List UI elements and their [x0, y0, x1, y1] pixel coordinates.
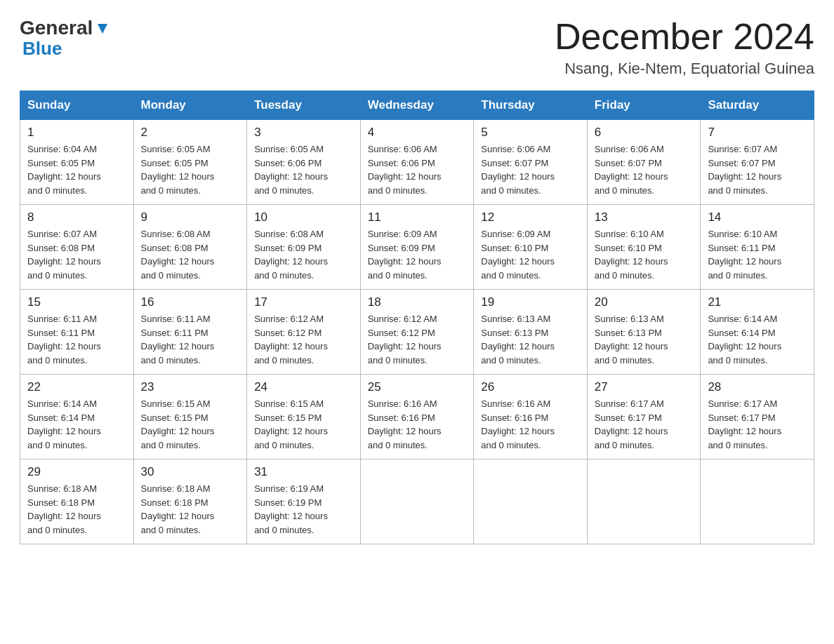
- day-number: 26: [481, 380, 580, 394]
- day-number: 25: [368, 380, 467, 394]
- calendar-cell: 22 Sunrise: 6:14 AM Sunset: 6:14 PM Dayl…: [20, 375, 134, 459]
- calendar-header-row: SundayMondayTuesdayWednesdayThursdayFrid…: [20, 91, 814, 120]
- calendar-cell: [360, 459, 474, 544]
- day-number: 4: [368, 126, 467, 140]
- day-number: 7: [708, 126, 807, 140]
- day-number: 3: [254, 126, 353, 140]
- day-info: Sunrise: 6:10 AM Sunset: 6:10 PM Dayligh…: [595, 227, 694, 282]
- svg-marker-0: [98, 24, 107, 34]
- calendar-week-3: 15 Sunrise: 6:11 AM Sunset: 6:11 PM Dayl…: [20, 290, 814, 375]
- day-info: Sunrise: 6:12 AM Sunset: 6:12 PM Dayligh…: [254, 312, 353, 367]
- calendar-header-thursday: Thursday: [474, 91, 588, 120]
- calendar-cell: 18 Sunrise: 6:12 AM Sunset: 6:12 PM Dayl…: [360, 290, 474, 375]
- day-number: 23: [141, 380, 240, 394]
- day-number: 15: [27, 295, 126, 309]
- day-info: Sunrise: 6:06 AM Sunset: 6:07 PM Dayligh…: [595, 142, 694, 197]
- calendar-cell: 4 Sunrise: 6:06 AM Sunset: 6:06 PM Dayli…: [360, 120, 474, 205]
- day-number: 21: [708, 295, 807, 309]
- logo-blue-text: Blue: [22, 38, 62, 59]
- calendar-cell: 27 Sunrise: 6:17 AM Sunset: 6:17 PM Dayl…: [587, 375, 701, 459]
- logo-arrow-icon: [95, 21, 110, 36]
- day-info: Sunrise: 6:04 AM Sunset: 6:05 PM Dayligh…: [27, 142, 126, 197]
- calendar-cell: [587, 459, 701, 544]
- calendar-cell: 2 Sunrise: 6:05 AM Sunset: 6:05 PM Dayli…: [133, 120, 247, 205]
- calendar-cell: 9 Sunrise: 6:08 AM Sunset: 6:08 PM Dayli…: [133, 205, 247, 290]
- logo-general-text: General: [20, 17, 93, 39]
- calendar-cell: 3 Sunrise: 6:05 AM Sunset: 6:06 PM Dayli…: [247, 120, 361, 205]
- calendar-cell: 23 Sunrise: 6:15 AM Sunset: 6:15 PM Dayl…: [133, 375, 247, 459]
- day-number: 6: [595, 126, 694, 140]
- day-number: 8: [27, 210, 126, 224]
- day-number: 22: [27, 380, 126, 394]
- calendar-header-saturday: Saturday: [701, 91, 814, 120]
- day-number: 24: [254, 380, 353, 394]
- calendar-cell: [701, 459, 814, 544]
- calendar-cell: 16 Sunrise: 6:11 AM Sunset: 6:11 PM Dayl…: [133, 290, 247, 375]
- day-info: Sunrise: 6:06 AM Sunset: 6:07 PM Dayligh…: [481, 142, 580, 197]
- day-info: Sunrise: 6:05 AM Sunset: 6:05 PM Dayligh…: [141, 142, 240, 197]
- day-info: Sunrise: 6:14 AM Sunset: 6:14 PM Dayligh…: [27, 397, 126, 452]
- day-info: Sunrise: 6:08 AM Sunset: 6:08 PM Dayligh…: [141, 227, 240, 282]
- day-number: 17: [254, 295, 353, 309]
- day-info: Sunrise: 6:15 AM Sunset: 6:15 PM Dayligh…: [141, 397, 240, 452]
- calendar-header-sunday: Sunday: [20, 91, 134, 120]
- day-number: 28: [708, 380, 807, 394]
- day-info: Sunrise: 6:13 AM Sunset: 6:13 PM Dayligh…: [595, 312, 694, 367]
- calendar-cell: 1 Sunrise: 6:04 AM Sunset: 6:05 PM Dayli…: [20, 120, 134, 205]
- calendar-cell: 31 Sunrise: 6:19 AM Sunset: 6:19 PM Dayl…: [247, 459, 361, 544]
- day-info: Sunrise: 6:18 AM Sunset: 6:18 PM Dayligh…: [27, 482, 126, 537]
- day-info: Sunrise: 6:09 AM Sunset: 6:10 PM Dayligh…: [481, 227, 580, 282]
- calendar-cell: 14 Sunrise: 6:10 AM Sunset: 6:11 PM Dayl…: [701, 205, 814, 290]
- calendar-week-5: 29 Sunrise: 6:18 AM Sunset: 6:18 PM Dayl…: [20, 459, 814, 544]
- calendar-cell: [474, 459, 588, 544]
- day-info: Sunrise: 6:11 AM Sunset: 6:11 PM Dayligh…: [27, 312, 126, 367]
- day-info: Sunrise: 6:16 AM Sunset: 6:16 PM Dayligh…: [481, 397, 580, 452]
- calendar-cell: 6 Sunrise: 6:06 AM Sunset: 6:07 PM Dayli…: [587, 120, 701, 205]
- calendar-cell: 30 Sunrise: 6:18 AM Sunset: 6:18 PM Dayl…: [133, 459, 247, 544]
- day-number: 20: [595, 295, 694, 309]
- day-info: Sunrise: 6:13 AM Sunset: 6:13 PM Dayligh…: [481, 312, 580, 367]
- calendar-cell: 11 Sunrise: 6:09 AM Sunset: 6:09 PM Dayl…: [360, 205, 474, 290]
- calendar-cell: 21 Sunrise: 6:14 AM Sunset: 6:14 PM Dayl…: [701, 290, 814, 375]
- calendar-cell: 25 Sunrise: 6:16 AM Sunset: 6:16 PM Dayl…: [360, 375, 474, 459]
- day-info: Sunrise: 6:07 AM Sunset: 6:08 PM Dayligh…: [27, 227, 126, 282]
- calendar-header-monday: Monday: [133, 91, 247, 120]
- day-number: 27: [595, 380, 694, 394]
- title-block: December 2024 Nsang, Kie-Ntem, Equatoria…: [555, 17, 814, 78]
- day-number: 1: [27, 126, 126, 140]
- calendar-cell: 19 Sunrise: 6:13 AM Sunset: 6:13 PM Dayl…: [474, 290, 588, 375]
- day-info: Sunrise: 6:09 AM Sunset: 6:09 PM Dayligh…: [368, 227, 467, 282]
- calendar-header-tuesday: Tuesday: [247, 91, 361, 120]
- page-subtitle: Nsang, Kie-Ntem, Equatorial Guinea: [555, 60, 814, 78]
- day-info: Sunrise: 6:18 AM Sunset: 6:18 PM Dayligh…: [141, 482, 240, 537]
- calendar-cell: 5 Sunrise: 6:06 AM Sunset: 6:07 PM Dayli…: [474, 120, 588, 205]
- calendar-cell: 10 Sunrise: 6:08 AM Sunset: 6:09 PM Dayl…: [247, 205, 361, 290]
- day-info: Sunrise: 6:08 AM Sunset: 6:09 PM Dayligh…: [254, 227, 353, 282]
- day-number: 16: [141, 295, 240, 309]
- logo: General Blue: [20, 17, 110, 60]
- calendar-cell: 26 Sunrise: 6:16 AM Sunset: 6:16 PM Dayl…: [474, 375, 588, 459]
- calendar-cell: 15 Sunrise: 6:11 AM Sunset: 6:11 PM Dayl…: [20, 290, 134, 375]
- day-info: Sunrise: 6:15 AM Sunset: 6:15 PM Dayligh…: [254, 397, 353, 452]
- calendar-cell: 24 Sunrise: 6:15 AM Sunset: 6:15 PM Dayl…: [247, 375, 361, 459]
- day-info: Sunrise: 6:05 AM Sunset: 6:06 PM Dayligh…: [254, 142, 353, 197]
- calendar-cell: 12 Sunrise: 6:09 AM Sunset: 6:10 PM Dayl…: [474, 205, 588, 290]
- calendar-header-friday: Friday: [587, 91, 701, 120]
- day-number: 12: [481, 210, 580, 224]
- day-number: 30: [141, 465, 240, 479]
- calendar-week-4: 22 Sunrise: 6:14 AM Sunset: 6:14 PM Dayl…: [20, 375, 814, 459]
- day-number: 9: [141, 210, 240, 224]
- calendar-cell: 8 Sunrise: 6:07 AM Sunset: 6:08 PM Dayli…: [20, 205, 134, 290]
- calendar-cell: 29 Sunrise: 6:18 AM Sunset: 6:18 PM Dayl…: [20, 459, 134, 544]
- day-number: 29: [27, 465, 126, 479]
- day-info: Sunrise: 6:17 AM Sunset: 6:17 PM Dayligh…: [595, 397, 694, 452]
- calendar-cell: 28 Sunrise: 6:17 AM Sunset: 6:17 PM Dayl…: [701, 375, 814, 459]
- calendar-cell: 7 Sunrise: 6:07 AM Sunset: 6:07 PM Dayli…: [701, 120, 814, 205]
- day-number: 5: [481, 126, 580, 140]
- day-info: Sunrise: 6:16 AM Sunset: 6:16 PM Dayligh…: [368, 397, 467, 452]
- calendar-header-wednesday: Wednesday: [360, 91, 474, 120]
- day-info: Sunrise: 6:06 AM Sunset: 6:06 PM Dayligh…: [368, 142, 467, 197]
- page-title: December 2024: [555, 17, 814, 57]
- day-info: Sunrise: 6:17 AM Sunset: 6:17 PM Dayligh…: [708, 397, 807, 452]
- calendar-table: SundayMondayTuesdayWednesdayThursdayFrid…: [20, 90, 814, 544]
